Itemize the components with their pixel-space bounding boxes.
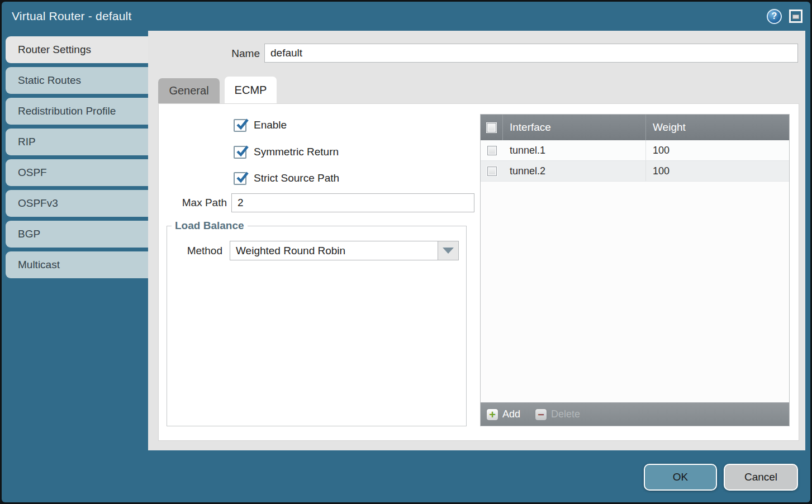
table-row[interactable]: tunnel.1 100 — [481, 140, 789, 161]
virtual-router-dialog: Virtual Router - default ? Router Settin… — [2, 2, 810, 502]
max-path-input[interactable] — [231, 193, 474, 212]
strict-source-path-row: Strict Source Path — [234, 171, 339, 186]
method-row: Method Weighted Round Robin — [167, 241, 466, 260]
select-all-checkbox[interactable] — [487, 123, 496, 132]
strict-source-path-label: Strict Source Path — [254, 172, 339, 184]
content-area: Name General ECMP Enable — [148, 31, 805, 450]
interface-cell: tunnel.2 — [503, 161, 645, 181]
interface-column-header: Interface — [503, 115, 645, 140]
sidebar-item-multicast[interactable]: Multicast — [6, 251, 148, 278]
delete-button[interactable]: − Delete — [535, 408, 580, 421]
row-checkbox-cell — [481, 161, 503, 181]
delete-button-label: Delete — [551, 408, 580, 420]
table-empty-area — [481, 182, 789, 402]
dropdown-arrow-button[interactable] — [438, 241, 458, 260]
method-dropdown-value: Weighted Round Robin — [236, 241, 345, 260]
row-checkbox[interactable] — [487, 167, 497, 176]
symmetric-return-checkbox[interactable] — [234, 146, 246, 159]
table-header-checkbox-cell — [481, 115, 503, 140]
sidebar-item-static-routes[interactable]: Static Routes — [6, 67, 148, 94]
restore-window-icon[interactable] — [789, 9, 802, 23]
sidebar-item-bgp[interactable]: BGP — [6, 221, 148, 248]
max-path-label: Max Path — [159, 197, 227, 209]
checkmark-icon — [235, 170, 250, 185]
ok-button[interactable]: OK — [644, 464, 717, 491]
restore-window-icon-inner — [792, 15, 799, 19]
dialog-title: Virtual Router - default — [12, 9, 132, 23]
enable-checkbox[interactable] — [234, 119, 246, 132]
table-header-row: Interface Weight — [481, 115, 789, 140]
method-label: Method — [167, 245, 230, 257]
load-balance-fieldset: Load Balance Method Weighted Round Robin — [167, 220, 467, 426]
checkmark-icon — [235, 117, 250, 132]
table-footer-bar: + Add − Delete — [481, 402, 789, 426]
weight-cell: 100 — [645, 140, 789, 160]
enable-row: Enable — [234, 118, 287, 132]
method-dropdown[interactable]: Weighted Round Robin — [230, 241, 459, 260]
weight-cell: 100 — [645, 161, 789, 181]
weight-column-header: Weight — [645, 115, 789, 140]
cancel-button[interactable]: Cancel — [724, 464, 798, 491]
checkmark-icon — [235, 144, 250, 159]
help-icon[interactable]: ? — [767, 9, 782, 24]
interface-cell: tunnel.1 — [503, 140, 645, 160]
tab-bar: General ECMP — [158, 77, 277, 103]
minus-icon: − — [535, 408, 547, 421]
sidebar-item-ospf[interactable]: OSPF — [6, 159, 148, 186]
enable-label: Enable — [254, 119, 287, 131]
plus-icon: + — [486, 408, 498, 421]
add-button-label: Add — [502, 408, 520, 420]
table-row[interactable]: tunnel.2 100 — [481, 161, 789, 182]
sidebar: Router Settings Static Routes Redistribu… — [6, 36, 148, 282]
ecmp-interface-table: Interface Weight tunnel.1 100 tunnel.2 1… — [480, 114, 790, 426]
tab-general[interactable]: General — [158, 78, 220, 103]
chevron-down-icon — [443, 248, 454, 254]
add-button[interactable]: + Add — [486, 408, 520, 421]
row-checkbox[interactable] — [487, 146, 497, 155]
name-label: Name — [193, 47, 260, 60]
symmetric-return-label: Symmetric Return — [254, 146, 339, 158]
strict-source-path-checkbox[interactable] — [234, 172, 246, 185]
sidebar-item-router-settings[interactable]: Router Settings — [6, 36, 148, 63]
row-checkbox-cell — [481, 140, 503, 160]
titlebar: Virtual Router - default ? — [2, 2, 810, 31]
name-input[interactable] — [264, 44, 798, 63]
sidebar-item-rip[interactable]: RIP — [6, 129, 148, 155]
symmetric-return-row: Symmetric Return — [234, 145, 339, 159]
tab-ecmp[interactable]: ECMP — [225, 77, 277, 103]
ecmp-tab-panel: Enable Symmetric Return Strict Source Pa… — [158, 103, 799, 441]
sidebar-item-ospfv3[interactable]: OSPFv3 — [6, 190, 148, 217]
titlebar-icons: ? — [767, 9, 802, 24]
load-balance-legend: Load Balance — [172, 220, 248, 232]
sidebar-item-redistribution-profile[interactable]: Redistribution Profile — [6, 98, 148, 125]
